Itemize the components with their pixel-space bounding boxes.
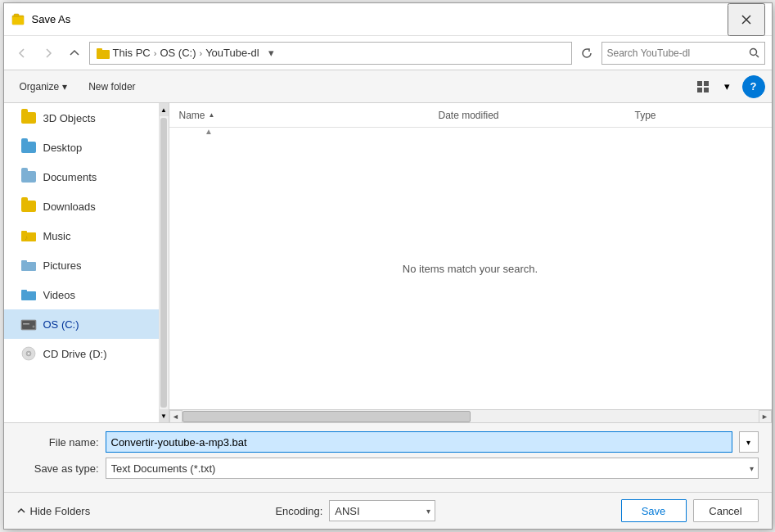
save-button[interactable]: Save xyxy=(621,499,687,522)
encoding-select-wrapper: ANSI UTF-8 UTF-16 Unicode ▾ xyxy=(329,500,435,521)
svg-rect-17 xyxy=(21,260,27,263)
search-input[interactable] xyxy=(607,47,746,59)
address-bar: This PC › OS (C:) › YouTube-dl ▾ xyxy=(4,36,772,70)
svg-rect-14 xyxy=(21,231,27,233)
organize-button[interactable]: Organize ▾ xyxy=(11,75,77,98)
filename-label: File name: xyxy=(17,436,99,449)
encoding-area: Encoding: ANSI UTF-8 UTF-16 Unicode ▾ xyxy=(275,500,435,521)
folder-icon-pictures xyxy=(20,257,37,273)
bottom-bar: Hide Folders Encoding: ANSI UTF-8 UTF-16… xyxy=(4,492,772,529)
sidebar-item-music[interactable]: ♪ Music xyxy=(4,221,159,250)
dialog-icon xyxy=(11,12,25,27)
svg-point-22 xyxy=(32,326,34,328)
scroll-left-button[interactable]: ◄ xyxy=(169,410,182,423)
folder-icon-3d-objects xyxy=(20,110,37,126)
view-button[interactable] xyxy=(690,75,716,98)
search-box xyxy=(602,42,765,65)
column-header-date[interactable]: Date modified xyxy=(435,103,632,127)
save-as-dialog: Save As This PC › xyxy=(3,2,773,530)
sort-arrow: ▲ xyxy=(209,111,215,119)
folder-icon-downloads xyxy=(20,198,37,214)
svg-rect-1 xyxy=(12,17,24,25)
svg-rect-12 xyxy=(704,88,709,92)
hide-folders-button[interactable]: Hide Folders xyxy=(17,505,91,517)
encoding-label: Encoding: xyxy=(275,505,322,517)
svg-rect-13 xyxy=(21,232,36,241)
refresh-button[interactable] xyxy=(575,42,598,65)
new-folder-button[interactable]: New folder xyxy=(79,75,144,98)
encoding-select[interactable]: ANSI UTF-8 UTF-16 Unicode xyxy=(329,500,435,521)
sidebar-item-documents[interactable]: Documents xyxy=(4,162,159,192)
sidebar-item-cd-drive[interactable]: CD Drive (D:) xyxy=(4,339,159,368)
help-button[interactable]: ? xyxy=(742,75,765,98)
svg-rect-10 xyxy=(704,81,709,86)
sidebar-scroll-up[interactable]: ▲ xyxy=(159,103,169,116)
svg-rect-2 xyxy=(14,14,19,16)
svg-text:♪: ♪ xyxy=(25,234,28,241)
file-list: ▲ Name ▲ Date modified Type No items mat… xyxy=(169,103,772,422)
sidebar-scrollbar[interactable]: ▲ ▼ xyxy=(160,103,169,422)
column-header-name[interactable]: Name ▲ xyxy=(176,103,435,127)
sidebar-item-downloads[interactable]: Downloads xyxy=(4,192,159,221)
folder-icon-videos xyxy=(20,286,37,303)
cd-drive-icon xyxy=(20,345,37,362)
form-area: File name: ▾ Save as type: Text Document… xyxy=(4,422,772,492)
drive-icon-os-c xyxy=(20,316,37,332)
filename-row: File name: ▾ xyxy=(17,431,759,453)
sidebar-scroll-down[interactable]: ▼ xyxy=(159,409,169,422)
path-segment-youtubedl: YouTube-dl xyxy=(205,47,259,59)
svg-rect-16 xyxy=(21,262,36,271)
sidebar-item-pictures[interactable]: Pictures xyxy=(4,250,159,280)
content-area: 3D Objects Desktop Documents Downloads xyxy=(4,103,772,422)
svg-point-26 xyxy=(28,353,29,354)
svg-rect-18 xyxy=(21,291,36,300)
filename-dropdown-button[interactable]: ▾ xyxy=(739,431,759,453)
savetype-select[interactable]: Text Documents (*.txt) All Files (*.*) xyxy=(106,458,759,479)
sidebar-item-3d-objects[interactable]: 3D Objects xyxy=(4,103,159,133)
sidebar-scroll-thumb xyxy=(160,118,167,408)
back-button[interactable] xyxy=(11,42,34,65)
title-bar: Save As xyxy=(4,3,772,36)
close-button[interactable] xyxy=(728,3,765,36)
cancel-button[interactable]: Cancel xyxy=(693,499,759,522)
svg-rect-19 xyxy=(21,290,27,292)
file-list-body: No items match your search. xyxy=(169,128,772,409)
svg-rect-5 xyxy=(97,50,110,59)
sort-up-arrow: ▲ xyxy=(205,127,213,136)
address-path[interactable]: This PC › OS (C:) › YouTube-dl ▾ xyxy=(89,42,572,65)
toolbar: Organize ▾ New folder ▾ ? xyxy=(4,70,772,103)
scroll-track[interactable] xyxy=(182,410,759,423)
hide-folders-label: Hide Folders xyxy=(30,505,91,517)
column-header-type[interactable]: Type xyxy=(632,103,765,127)
empty-message: No items match your search. xyxy=(403,263,538,275)
svg-rect-9 xyxy=(697,81,702,86)
search-icon xyxy=(749,47,759,58)
filename-input[interactable] xyxy=(106,431,732,453)
sidebar: 3D Objects Desktop Documents Downloads xyxy=(4,103,160,422)
forward-button[interactable] xyxy=(37,42,60,65)
folder-icon-documents xyxy=(20,169,37,185)
up-button[interactable] xyxy=(63,42,86,65)
svg-line-8 xyxy=(756,55,759,57)
action-buttons: Save Cancel xyxy=(621,499,759,522)
scroll-thumb xyxy=(182,411,471,422)
sidebar-item-desktop[interactable]: Desktop xyxy=(4,133,159,162)
path-segment-thispc: This PC xyxy=(113,47,151,59)
svg-rect-6 xyxy=(97,48,102,51)
path-segment-osc: OS (C:) xyxy=(160,47,196,59)
svg-rect-23 xyxy=(23,323,29,325)
scroll-right-button[interactable]: ► xyxy=(759,410,772,423)
savetype-label: Save as type: xyxy=(17,462,99,475)
folder-icon-music: ♪ xyxy=(20,228,37,244)
organize-dropdown-arrow: ▾ xyxy=(62,81,67,92)
sidebar-item-os-c[interactable]: OS (C:) xyxy=(4,309,159,339)
path-dropdown-button[interactable]: ▾ xyxy=(264,45,279,61)
view-dropdown-button[interactable]: ▾ xyxy=(719,75,736,98)
svg-point-7 xyxy=(750,49,756,56)
dialog-title: Save As xyxy=(32,13,728,25)
sidebar-item-videos[interactable]: Videos xyxy=(4,280,159,309)
svg-rect-11 xyxy=(697,88,702,92)
path-folder-icon xyxy=(97,47,110,60)
file-list-header: ▲ Name ▲ Date modified Type xyxy=(169,103,772,128)
horizontal-scrollbar: ◄ ► xyxy=(169,409,772,422)
